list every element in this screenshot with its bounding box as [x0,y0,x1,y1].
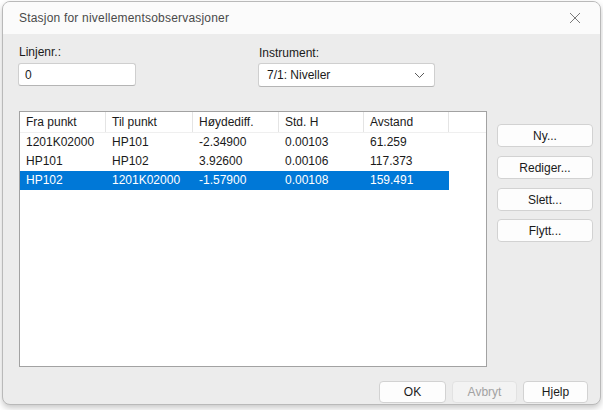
cell-avstand: 61.259 [364,133,449,152]
chevron-down-icon [414,72,425,79]
cell-avstand: 117.373 [364,152,449,171]
observations-table: Fra punkt Til punkt Høydediff. Std. H Av… [19,111,487,367]
column-header-fra-punkt[interactable]: Fra punkt [20,112,106,132]
rediger-button[interactable]: Rediger... [497,156,593,179]
dialog-title: Stasjon for nivellementsobservasjoner [19,11,229,25]
column-header-std-h[interactable]: Std. H [279,112,364,132]
instrument-selected-value: 7/1: Niveller [267,68,330,82]
ok-button[interactable]: OK [379,381,446,403]
ny-button[interactable]: Ny... [497,124,593,147]
column-header-avstand[interactable]: Avstand [364,112,449,132]
titlebar: Stasjon for nivellementsobservasjoner [3,2,600,34]
linjenr-input[interactable] [18,63,136,86]
cell-fra-punkt: HP102 [20,171,106,190]
cell-fra-punkt: HP101 [20,152,106,171]
cell-hoydediff: -1.57900 [193,171,279,190]
column-header-til-punkt[interactable]: Til punkt [106,112,193,132]
cell-std-h: 0.00103 [279,133,364,152]
avbryt-button: Avbryt [452,381,517,403]
hjelp-button[interactable]: Hjelp [523,381,588,403]
close-icon [569,12,581,24]
flytt-button[interactable]: Flytt... [497,219,593,242]
dialog: Stasjon for nivellementsobservasjoner Li… [2,1,601,405]
instrument-label: Instrument: [259,46,319,60]
cell-hoydediff: -2.34900 [193,133,279,152]
instrument-select[interactable]: 7/1: Niveller [258,63,435,87]
cell-til-punkt: 1201K02000 [106,171,193,190]
cell-std-h: 0.00106 [279,152,364,171]
column-header-filler [449,112,486,132]
column-header-hoydediff[interactable]: Høydediff. [193,112,279,132]
table-row[interactable]: HP101 HP102 3.92600 0.00106 117.373 [20,152,449,171]
cell-til-punkt: HP101 [106,133,193,152]
linjenr-label: Linjenr.: [19,45,61,59]
slett-button[interactable]: Slett... [497,188,593,211]
table-row-selected[interactable]: HP102 1201K02000 -1.57900 0.00108 159.49… [20,171,449,190]
cell-fra-punkt: 1201K02000 [20,133,106,152]
cell-til-punkt: HP102 [106,152,193,171]
table-header: Fra punkt Til punkt Høydediff. Std. H Av… [20,112,486,133]
table-row[interactable]: 1201K02000 HP101 -2.34900 0.00103 61.259 [20,133,449,152]
cell-avstand: 159.491 [364,171,449,190]
cell-std-h: 0.00108 [279,171,364,190]
close-button[interactable] [556,6,594,30]
cell-hoydediff: 3.92600 [193,152,279,171]
screen: Stasjon for nivellementsobservasjoner Li… [0,0,603,410]
